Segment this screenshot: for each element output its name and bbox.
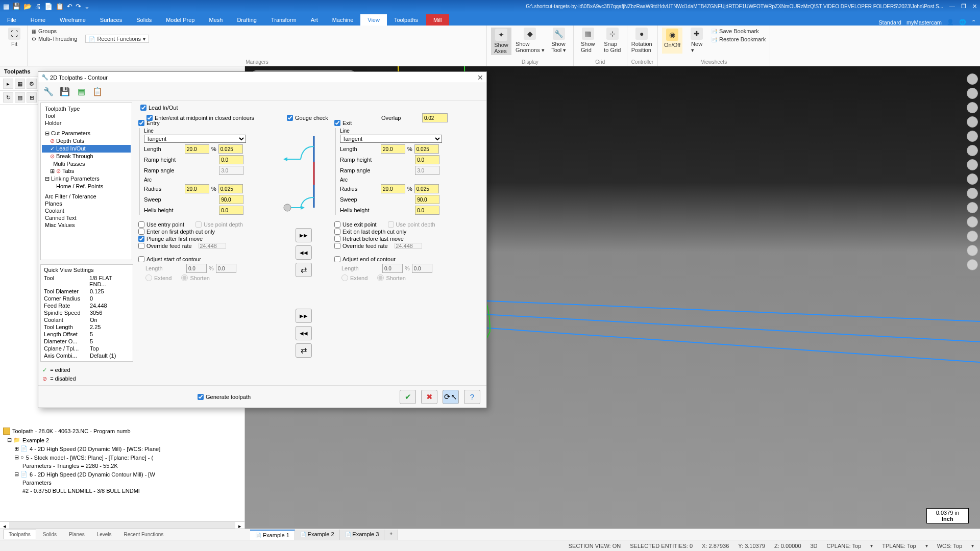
tree-node[interactable]: Home / Ref. Points	[42, 183, 131, 190]
exit-sweep-field[interactable]	[415, 195, 439, 204]
qat-dropdown-icon[interactable]: ⌄	[84, 3, 90, 10]
show-tool-button[interactable]: 🔧Show Tool ▾	[549, 28, 569, 55]
exit-length-pct-field[interactable]	[414, 144, 439, 154]
plunge-checkbox[interactable]	[138, 236, 144, 242]
wcs-status[interactable]: WCS: Top	[937, 543, 962, 549]
close-icon[interactable]: ✕	[477, 73, 483, 82]
view-tool-icon[interactable]	[967, 245, 978, 256]
tab-machine[interactable]: Machine	[325, 14, 361, 26]
entry-helix-field[interactable]	[219, 206, 243, 215]
entry-radius-pct-field[interactable]	[218, 184, 243, 193]
tree-node[interactable]: Arc Filter / Tolerance	[42, 193, 131, 200]
entry-radius-field[interactable]	[185, 184, 209, 193]
exit-rampheight-field[interactable]	[415, 155, 439, 164]
viewsheet-tab[interactable]: 📄 Example 1	[250, 530, 295, 540]
toolbar-icon[interactable]: ⊞	[27, 92, 37, 103]
qat-icon[interactable]: 📋	[56, 3, 64, 10]
qat-icon[interactable]: ▦	[3, 3, 9, 10]
generate-toolpath-checkbox[interactable]	[198, 394, 204, 400]
fit-button[interactable]: ⛶Fit	[4, 28, 24, 47]
toolbar-icon[interactable]: ↻	[3, 92, 13, 103]
show-axes-button[interactable]: ✦Show Axes	[491, 28, 511, 55]
show-gnomons-button[interactable]: ◆Show Gnomons ▾	[516, 28, 545, 55]
user-icon[interactable]: 👤	[947, 19, 954, 26]
tab-levels[interactable]: Levels	[91, 530, 117, 539]
redo-icon[interactable]: ↷	[76, 3, 81, 10]
recent-functions-dropdown[interactable]: 📄 Recent Functions ▾	[85, 35, 149, 43]
tab-drafting[interactable]: Drafting	[230, 14, 264, 26]
maximize-icon[interactable]: ❐	[961, 3, 966, 10]
tree-item[interactable]: ⊟ 📁 Example 2	[1, 436, 243, 444]
tab-transform[interactable]: Transform	[264, 14, 304, 26]
tab-recent[interactable]: Recent Functions	[118, 530, 169, 539]
tree-item[interactable]: Parameters - Triangles = 2280 - 55.2K	[1, 462, 243, 470]
show-grid-button[interactable]: ▦Show Grid	[578, 28, 598, 53]
tree-item[interactable]: Toolpath - 28.0K - 4063-23.NC - Program …	[1, 427, 243, 436]
toolbar-icon[interactable]: ⚙	[27, 79, 37, 89]
exit-helix-field[interactable]	[415, 206, 439, 215]
view-tool-icon[interactable]	[967, 188, 978, 199]
toolbar-icon[interactable]: 📋	[91, 86, 104, 98]
entry-sweep-field[interactable]	[219, 195, 243, 204]
view-tool-icon[interactable]	[967, 173, 978, 185]
tab-home[interactable]: Home	[23, 14, 53, 26]
tab-solids[interactable]: Solids	[37, 530, 62, 539]
exit-last-checkbox[interactable]	[334, 229, 340, 235]
tplane-status[interactable]: TPLANE: Top	[882, 543, 916, 549]
tree-node-selected[interactable]: ✓ Lead In/Out	[42, 145, 131, 153]
toolbar-icon[interactable]: ▤	[15, 92, 25, 103]
apply-button[interactable]: ⟳↖	[443, 390, 459, 404]
override-feed-checkbox[interactable]	[138, 243, 144, 249]
tree-node[interactable]: Coolant	[42, 207, 131, 214]
globe-icon[interactable]: 🌐	[959, 19, 966, 26]
open-icon[interactable]: 📂	[23, 3, 32, 10]
tab-toolpaths[interactable]: Toolpaths	[387, 14, 425, 26]
tree-node[interactable]: Tool	[42, 112, 131, 119]
tab-toolpaths[interactable]: Toolpaths	[3, 530, 36, 539]
tree-node[interactable]: ⊞ ⊘ Tabs	[42, 167, 131, 175]
snap-grid-button[interactable]: ⊹Snap to Grid	[602, 28, 623, 53]
chevron-up-icon[interactable]: ⌃	[971, 19, 976, 26]
help-button[interactable]: ?	[464, 390, 480, 404]
add-viewsheet-button[interactable]: +	[384, 530, 398, 540]
tree-item[interactable]: ⊞ 📄 4 - 2D High Speed (2D Dynamic Mill) …	[1, 444, 243, 453]
tree-item[interactable]: Parameters	[1, 479, 243, 487]
tree-node[interactable]: ⊟ Cut Parameters	[42, 130, 131, 137]
adjust-start-checkbox[interactable]	[138, 256, 144, 262]
tree-node[interactable]: Canned Text	[42, 214, 131, 221]
tree-item[interactable]: #2 - 0.3750 BULL ENDMILL - 3/8 BULL ENDM…	[1, 487, 243, 495]
tab-modelprep[interactable]: Model Prep	[159, 14, 202, 26]
tab-solids[interactable]: Solids	[129, 14, 159, 26]
tree-node[interactable]: ⊘ Depth Cuts	[42, 137, 131, 145]
view-mode[interactable]: 3D	[811, 543, 818, 549]
toolbar-icon[interactable]: ▤	[75, 86, 87, 98]
onoff-button[interactable]: ◉On/Off	[662, 28, 682, 54]
mymastercam-label[interactable]: myMastercam	[906, 19, 942, 26]
viewsheet-tab[interactable]: 📄 Example 3	[340, 530, 385, 540]
adjust-end-checkbox[interactable]	[334, 256, 340, 262]
tree-item[interactable]: ⊟ ○ 5 - Stock model - [WCS: Plane] - [Tp…	[1, 453, 243, 462]
exit-radius-pct-field[interactable]	[414, 184, 439, 193]
view-tool-icon[interactable]	[967, 116, 978, 128]
save-bookmark-link[interactable]: 📑 Save Bookmark	[711, 28, 766, 35]
exit-line-type[interactable]: Tangent	[340, 135, 442, 143]
save-icon[interactable]: 💾	[12, 3, 20, 10]
view-tool-icon[interactable]	[967, 145, 978, 156]
undo-icon[interactable]: ↶	[67, 3, 72, 10]
qat-icon[interactable]: 📄	[44, 3, 53, 10]
exit-length-field[interactable]	[381, 144, 405, 154]
enter-first-checkbox[interactable]	[138, 229, 144, 235]
tree-node[interactable]: Multi Passes	[42, 160, 131, 167]
entry-length-pct-field[interactable]	[218, 144, 243, 154]
swap-button[interactable]: ⇄	[296, 263, 312, 277]
tab-art[interactable]: Art	[304, 14, 325, 26]
view-tool-icon[interactable]	[967, 231, 978, 242]
tree-node[interactable]: Holder	[42, 119, 131, 127]
tree-node[interactable]: Misc Values	[42, 221, 131, 229]
view-tool-icon[interactable]	[967, 216, 978, 228]
override-feed-exit-checkbox[interactable]	[334, 243, 340, 249]
tab-mesh[interactable]: Mesh	[202, 14, 230, 26]
tab-file[interactable]: File	[0, 14, 23, 26]
tab-view[interactable]: View	[360, 14, 387, 26]
copy-left-button[interactable]: ◂◂	[296, 326, 312, 340]
